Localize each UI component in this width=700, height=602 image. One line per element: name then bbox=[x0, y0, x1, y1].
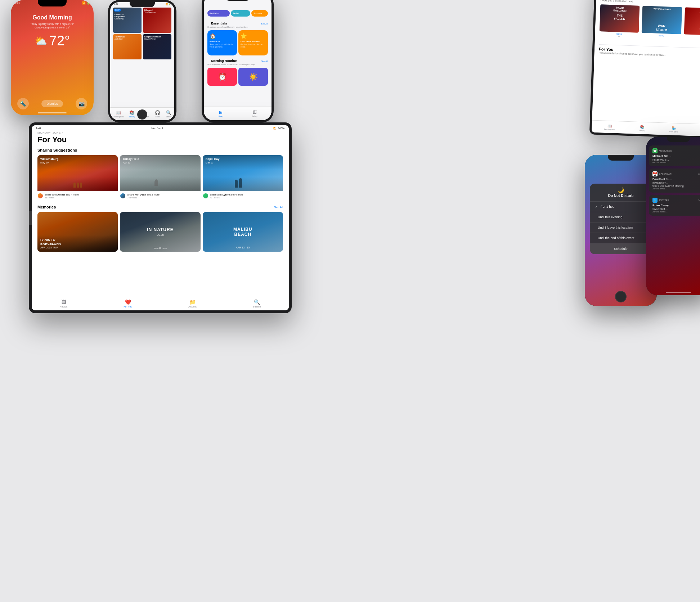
dnd-menu: 🌙 Do Not Disturb For 1 hour Until this e… bbox=[590, 184, 652, 254]
book-cover-4[interactable]: Enlightenment NowSteven Pinker bbox=[143, 34, 171, 59]
dnd-home-button[interactable] bbox=[615, 291, 627, 302]
ipad-books-see-all[interactable]: See All › bbox=[599, 40, 700, 46]
memories-title: Memories bbox=[37, 205, 56, 209]
twitter-icon: 🐦 bbox=[652, 198, 658, 203]
directions-icon: ⭐ bbox=[241, 33, 266, 39]
calendar-body: Invitation Fr…9:00 11:00 AM PTA Meeting bbox=[652, 181, 700, 188]
messages-sender: Michael Dib… bbox=[652, 154, 700, 158]
home-button[interactable] bbox=[137, 109, 147, 120]
messages-notification[interactable]: 💬 MESSAGES now Michael Dib… I'll see you… bbox=[649, 145, 700, 166]
twitter-body: Sweet stuff,… bbox=[652, 207, 700, 211]
iphone-books-app: 9:41 📶🔋 NEW Little FiresEverywhereCelest… bbox=[108, 0, 176, 122]
napili-footer: Share with Lynne and 4 more 47 Photos bbox=[203, 191, 283, 201]
notifications-screen: 💬 MESSAGES now Michael Dib… I'll see you… bbox=[646, 137, 700, 295]
home-indicator bbox=[38, 112, 67, 113]
big-little-cover: LIANEMORIARTY BIGLITTLELIES bbox=[684, 7, 700, 36]
dnd-schedule-button[interactable]: Schedule bbox=[590, 243, 652, 254]
widget-pill-2: Do Not… bbox=[231, 10, 250, 17]
memories-see-all[interactable]: See All bbox=[274, 206, 283, 209]
notif-notch bbox=[667, 137, 690, 142]
tab-search-books[interactable]: 🔍 Search bbox=[166, 110, 171, 118]
calendar-icon: JUL 4 bbox=[652, 171, 658, 176]
ipad-books-content: Want To Read Books you'd like to read ne… bbox=[594, 0, 700, 63]
iphone-lock-screen: 9:41 📶 🔋 Good Morning Today is partly su… bbox=[11, 0, 94, 115]
book-cover-3[interactable]: The MartianAndy Weir bbox=[113, 34, 142, 59]
dismiss-button[interactable]: Dismiss bbox=[41, 100, 63, 107]
williamsburg-avatar bbox=[37, 193, 43, 199]
ipad-photos-app: 9:41 Mon Jun 4 📶 100% MONDAY, JUNE 4 For… bbox=[29, 122, 292, 313]
calendar-app-row: JUL 4 CALENDAR 2m ago bbox=[652, 171, 700, 176]
twitter-sender: Brian Carey bbox=[652, 204, 700, 207]
crissy-avatar bbox=[120, 193, 126, 199]
morning-see-all[interactable]: See All bbox=[261, 60, 268, 62]
ipad-status-icons: 📶 100% bbox=[273, 127, 284, 130]
ipad-books-screen: 9:41 📶 100%🔋 Want To Read Books you'd li… bbox=[592, 0, 700, 137]
home-eta-card[interactable]: 🏠 Home ETA Share how long it will take f… bbox=[207, 30, 237, 55]
tab-library-shortcuts[interactable]: ⊞ Library bbox=[218, 110, 223, 117]
messages-icon: 💬 bbox=[652, 148, 658, 153]
flashlight-button[interactable]: 🔦 bbox=[17, 98, 29, 109]
tab-for-you[interactable]: ❤️ For You bbox=[124, 299, 132, 308]
tab-photos[interactable]: 🖼 Photos bbox=[60, 299, 68, 308]
dnd-option-1-hour[interactable]: For 1 hour bbox=[590, 202, 652, 212]
calendar-more: 2 more invita… bbox=[652, 188, 700, 190]
tab-reading-now[interactable]: 📖 Reading Now bbox=[113, 110, 124, 118]
book-cover-2[interactable]: EducatedTara Westover bbox=[143, 8, 171, 33]
ib-tab-library[interactable]: 📚 Library bbox=[639, 125, 645, 132]
memory-malibu[interactable]: MALIBUBEACH APR 13 - 15 bbox=[203, 212, 283, 252]
lock-content: Good Morning Today is partly sunny with … bbox=[11, 14, 94, 49]
shortcuts-notch bbox=[225, 0, 251, 1]
photo-card-crissy[interactable]: Crissy Field Apr 16 Share with Dean and … bbox=[120, 155, 200, 201]
tab-albums[interactable]: 📁 Albums bbox=[188, 299, 197, 308]
directions-card[interactable]: ⭐ Directions to Event Get directions to … bbox=[238, 30, 268, 55]
memories-header: Memories See All bbox=[37, 205, 283, 209]
messages-more: 4 more messa… bbox=[652, 161, 700, 163]
lock-icons: 📶 🔋 bbox=[82, 1, 90, 5]
williamsburg-footer: Share with Amber and 4 more 25 Photos bbox=[37, 191, 118, 201]
books-screen: 9:41 📶🔋 NEW Little FiresEverywhereCelest… bbox=[110, 2, 174, 120]
lock-bottom-actions: 🔦 Dismiss 📷 bbox=[11, 98, 94, 109]
memory-nature[interactable]: IN NATURE 2018 You Albums bbox=[120, 212, 200, 252]
morning-cards: ⏰ ☀️ bbox=[204, 68, 272, 86]
twitter-app-name: TWITTER bbox=[659, 199, 669, 201]
shortcut-cards: 🏠 Home ETA Share how long it will take f… bbox=[207, 30, 268, 55]
directions-desc: Get directions to a calendar event. bbox=[241, 43, 266, 48]
weather-icon: ⛅ bbox=[35, 35, 47, 47]
ib-tab-store[interactable]: 🏪 Book Store bbox=[669, 126, 678, 132]
book-cover-1[interactable]: NEW Little FiresEverywhereCeleste Ng bbox=[113, 8, 142, 33]
ib-tab-reading[interactable]: 📖 Reading Now bbox=[604, 123, 615, 130]
dnd-option-event[interactable]: Until the end of this event bbox=[590, 233, 652, 243]
messages-body: I'll see you b… bbox=[652, 158, 700, 161]
ipad-book-1[interactable]: DAVIDBALDACCI THEFALLEN $9.99 ··· bbox=[599, 4, 640, 38]
photo-card-napili[interactable]: Napili Bay Mar 10 Share with Lynne and 4… bbox=[203, 155, 283, 201]
home-eta-label: Home ETA bbox=[210, 40, 235, 42]
essentials-see-all[interactable]: See All bbox=[261, 23, 268, 25]
twitter-notification[interactable]: 🐦 TWITTER 5m ago Brian Carey Sweet stuff… bbox=[649, 195, 700, 216]
books-grid: NEW Little FiresEverywhereCeleste Ng Edu… bbox=[110, 6, 174, 61]
twitter-app-row: 🐦 TWITTER 5m ago bbox=[652, 198, 700, 203]
memories-grid: PARIS TOBARCELONA APR 2018 TRIP IN NATUR… bbox=[37, 212, 283, 252]
malibu-label: APR 13 - 15 bbox=[203, 243, 283, 252]
widget-pill-1: Pay Collins bbox=[207, 10, 230, 17]
dnd-notch bbox=[608, 155, 634, 161]
shortcuts-header: Pay Collins Do Not… Shortcuts bbox=[204, 3, 272, 22]
tab-audiobooks[interactable]: 🎧 Audio bbox=[155, 110, 160, 118]
tab-library[interactable]: 📚 Library bbox=[129, 110, 135, 118]
morning-card-2[interactable]: ☀️ bbox=[238, 68, 268, 86]
camera-button[interactable]: 📷 bbox=[76, 98, 87, 109]
greeting-text: Good Morning bbox=[11, 14, 94, 21]
crissy-footer: Share with Dean and 2 more 74 Photos bbox=[120, 191, 200, 201]
ipad-book-2[interactable]: VICTORIA AVEYARD WARSTORM $9.99 ··· bbox=[642, 6, 682, 40]
ipad-time: 9:41 bbox=[36, 127, 41, 130]
dnd-option-evening[interactable]: Until this evening bbox=[590, 212, 652, 223]
photos-screen: 9:41 Mon Jun 4 📶 100% MONDAY, JUNE 4 For… bbox=[32, 125, 289, 310]
photo-card-williamsburg[interactable]: Williamsburg May 20 Share with Amber and… bbox=[37, 155, 118, 201]
morning-card-1[interactable]: ⏰ bbox=[207, 68, 237, 86]
tab-gallery-shortcuts[interactable]: 🖼 Gallery bbox=[252, 110, 257, 117]
dnd-option-location[interactable]: Until I leave this location bbox=[590, 223, 652, 233]
calendar-notification[interactable]: JUL 4 CALENDAR 2m ago Fourth of Ju… Invi… bbox=[649, 169, 700, 193]
tab-search-photos[interactable]: 🔍 Search bbox=[253, 299, 261, 308]
phone-body: 9:41 📶🔋 NEW Little FiresEverywhereCelest… bbox=[108, 0, 176, 122]
ipad-book-3[interactable]: LIANEMORIARTY BIGLITTLELIES $14.99 bbox=[684, 7, 700, 41]
memory-paris[interactable]: PARIS TOBARCELONA APR 2018 TRIP bbox=[37, 212, 118, 252]
